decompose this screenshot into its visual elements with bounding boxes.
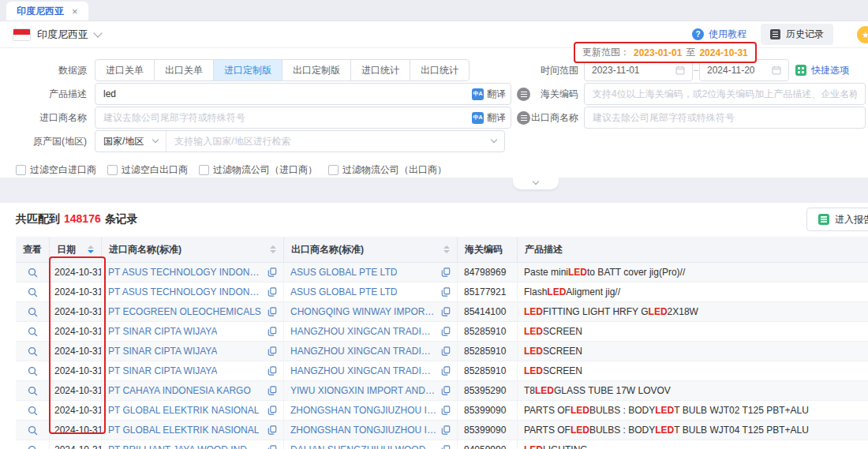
view-cell[interactable] (16, 440, 50, 449)
copy-icon[interactable] (436, 346, 451, 356)
filter-checkbox[interactable]: 过滤空白出口商 (107, 163, 188, 177)
datasource-tab[interactable]: 进口定制版 (214, 60, 282, 80)
exporter-link[interactable]: CHONGQING WINWAY IMPORT AND E... (290, 306, 436, 317)
copy-icon[interactable] (263, 268, 277, 277)
copy-icon[interactable] (436, 287, 451, 297)
view-cell[interactable] (16, 282, 50, 301)
copy-icon[interactable] (263, 425, 277, 435)
magnifier-icon[interactable] (28, 425, 38, 436)
importer-link[interactable]: PT GLOBAL ELEKTRIK NASIONAL (108, 425, 259, 436)
collapse-toggle[interactable] (513, 178, 559, 189)
sort-icon[interactable] (83, 245, 94, 253)
checkbox-icon[interactable] (199, 165, 209, 175)
quick-options-link[interactable]: 快捷选项 (795, 59, 849, 81)
update-range-to: 2024-10-31 (699, 47, 747, 58)
view-cell[interactable] (16, 322, 50, 341)
filter-checkbox[interactable]: 过滤物流公司（进口商） (199, 163, 317, 177)
view-cell[interactable] (16, 401, 50, 420)
datasource-tab[interactable]: 进口统计 (351, 60, 410, 80)
copy-icon[interactable] (263, 287, 277, 297)
importer-link[interactable]: PT ASUS TECHNOLOGY INDONESIA BA... (108, 267, 263, 278)
datasource-tab[interactable]: 出口定制版 (282, 60, 351, 80)
magnifier-icon[interactable] (28, 445, 38, 449)
importer-cell: PT SINAR CIPTA WIJAYA (102, 361, 284, 380)
magnifier-icon[interactable] (28, 287, 38, 297)
match-suffix: 条记录 (105, 212, 138, 225)
copy-icon[interactable] (436, 425, 451, 435)
copy-icon[interactable] (436, 445, 451, 449)
copy-icon[interactable] (436, 366, 451, 376)
tab-indonesia[interactable]: 印度尼西亚 × (6, 2, 88, 21)
view-cell[interactable] (16, 421, 50, 440)
view-cell[interactable] (16, 381, 50, 400)
exporter-link[interactable]: ASUS GLOBAL PTE LTD (290, 286, 397, 297)
importer-link[interactable]: PT SINAR CIPTA WIJAYA (108, 365, 217, 376)
exporter-link[interactable]: HANGZHOU XINGCAN TRADING CO LTD (290, 365, 436, 376)
importer-link[interactable]: PT SINAR CIPTA WIJAYA (108, 326, 217, 337)
datasource-tab[interactable]: 出口关单 (155, 60, 214, 80)
column-header[interactable]: 日期 (50, 237, 102, 262)
magnifier-icon[interactable] (28, 307, 38, 317)
copy-icon[interactable] (263, 307, 277, 316)
exporter-link[interactable]: ZHONGSHAN TONGJIUZHOU INTERNA... (290, 405, 436, 416)
filter-checkbox[interactable]: 过滤物流公司（出口商） (328, 163, 447, 177)
grid-icon (795, 65, 806, 76)
origin-search-input[interactable]: 支持输入国家/地区进行检索 (166, 135, 484, 148)
sort-icon[interactable] (439, 245, 450, 253)
copy-icon[interactable] (263, 327, 277, 336)
view-cell[interactable] (16, 263, 50, 282)
hs-code-input[interactable] (584, 83, 866, 105)
importer-link[interactable]: PT ECOGREEN OLEOCHEMICALS (108, 306, 261, 317)
exporter-link[interactable]: HANGZHOU XINGCAN TRADING CO LTD (290, 326, 436, 337)
exporter-link[interactable]: HANGZHOU XINGCAN TRADING CO LTD (290, 346, 436, 357)
magnifier-icon[interactable] (28, 406, 38, 416)
magnifier-icon[interactable] (28, 268, 38, 278)
importer-link[interactable]: PT GLOBAL ELEKTRIK NASIONAL (108, 405, 259, 416)
copy-icon[interactable] (436, 307, 451, 316)
magnifier-icon[interactable] (28, 386, 38, 396)
origin-country-select[interactable]: 国家/地区 (95, 131, 166, 152)
tutorial-link[interactable]: ? 使用教程 (692, 28, 746, 41)
datasource-tab[interactable]: 进口关单 (95, 60, 155, 80)
view-cell[interactable] (16, 361, 50, 380)
sort-icon[interactable] (265, 245, 276, 253)
importer-link[interactable]: PT ASUS TECHNOLOGY INDONESIA BA... (108, 286, 263, 297)
magnifier-icon[interactable] (28, 327, 38, 337)
exporter-input[interactable] (584, 107, 866, 129)
checkbox-icon[interactable] (107, 165, 118, 175)
copy-icon[interactable] (263, 445, 277, 449)
column-header[interactable]: 出口商名称(标准) (284, 237, 458, 262)
filter-checkbox[interactable]: 过滤空白进口商 (16, 163, 96, 177)
copy-icon[interactable] (263, 366, 277, 376)
magnifier-icon[interactable] (28, 346, 38, 357)
importer-input[interactable] (95, 107, 511, 129)
product-desc-input[interactable] (95, 83, 511, 105)
checkbox-icon[interactable] (328, 165, 339, 175)
history-button[interactable]: 历史记录 (761, 24, 833, 45)
magnifier-icon[interactable] (28, 366, 38, 376)
country-selector[interactable]: 印度尼西亚 (13, 28, 101, 42)
copy-icon[interactable] (436, 327, 451, 336)
quick-options-label: 快捷选项 (811, 64, 849, 77)
view-cell[interactable] (16, 342, 50, 361)
enter-report-button[interactable]: 进入报告 (806, 208, 868, 231)
exporter-link[interactable]: YIWU XIONGXIN IMPORT AND EXPORT... (290, 385, 436, 396)
importer-link[interactable]: PT BRILLIANT JAYA WOOD INDUSTRY (108, 444, 263, 449)
exporter-link[interactable]: ASUS GLOBAL PTE LTD (290, 267, 397, 278)
view-cell[interactable] (16, 302, 50, 321)
datasource-tab[interactable]: 出口统计 (410, 60, 469, 80)
exporter-link[interactable]: DALIAN SHENGZHIHUI WOOD INDUST... (290, 444, 436, 449)
exporter-link[interactable]: ZHONGSHAN TONGJIUZHOU INTERNA... (290, 425, 436, 436)
tab-close-icon[interactable]: × (72, 6, 78, 17)
chevron-down-icon[interactable] (484, 140, 504, 142)
copy-icon[interactable] (263, 386, 277, 395)
copy-icon[interactable] (436, 386, 451, 395)
importer-link[interactable]: PT CAHAYA INDONESIA KARGO (108, 385, 251, 396)
copy-icon[interactable] (263, 406, 277, 415)
copy-icon[interactable] (436, 268, 451, 277)
column-header[interactable]: 进口商名称(标准) (102, 237, 284, 262)
checkbox-icon[interactable] (16, 165, 26, 175)
importer-link[interactable]: PT SINAR CIPTA WIJAYA (108, 346, 217, 357)
copy-icon[interactable] (436, 406, 451, 415)
copy-icon[interactable] (263, 346, 277, 356)
